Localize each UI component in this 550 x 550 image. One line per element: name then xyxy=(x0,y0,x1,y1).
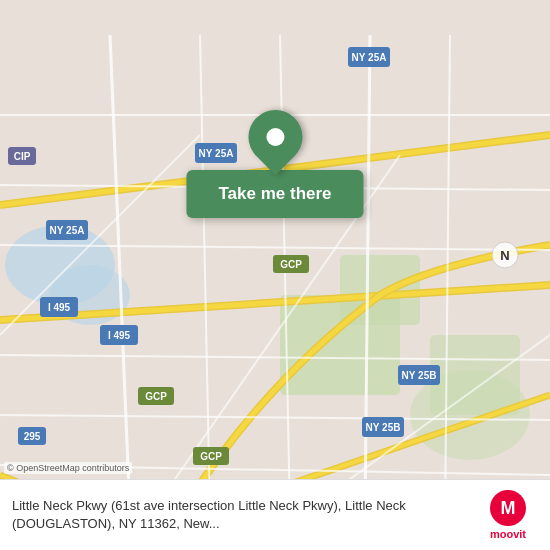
moovit-logo: M moovit xyxy=(478,490,538,540)
svg-text:295: 295 xyxy=(24,431,41,442)
svg-text:CIP: CIP xyxy=(14,151,31,162)
attribution-text: © OpenStreetMap contributors xyxy=(7,463,129,473)
svg-text:NY 25A: NY 25A xyxy=(352,52,387,63)
svg-text:I 495: I 495 xyxy=(108,330,131,341)
location-pin-icon xyxy=(237,99,313,175)
map-container: NY 25A NY 25A NY 25A I 495 I 495 GCP GCP… xyxy=(0,0,550,550)
cta-container: Take me there xyxy=(186,110,363,218)
address-text: Little Neck Pkwy (61st ave intersection … xyxy=(12,497,468,533)
svg-text:N: N xyxy=(500,248,509,263)
take-me-there-button[interactable]: Take me there xyxy=(186,170,363,218)
svg-text:GCP: GCP xyxy=(200,451,222,462)
moovit-label: moovit xyxy=(490,528,526,540)
svg-text:NY 25B: NY 25B xyxy=(402,370,437,381)
svg-text:NY 25A: NY 25A xyxy=(50,225,85,236)
svg-text:GCP: GCP xyxy=(280,259,302,270)
svg-text:GCP: GCP xyxy=(145,391,167,402)
osm-attribution: © OpenStreetMap contributors xyxy=(4,462,132,474)
svg-text:I 495: I 495 xyxy=(48,302,71,313)
bottom-bar: Little Neck Pkwy (61st ave intersection … xyxy=(0,479,550,550)
moovit-icon: M xyxy=(490,490,526,526)
svg-text:NY 25B: NY 25B xyxy=(366,422,401,433)
